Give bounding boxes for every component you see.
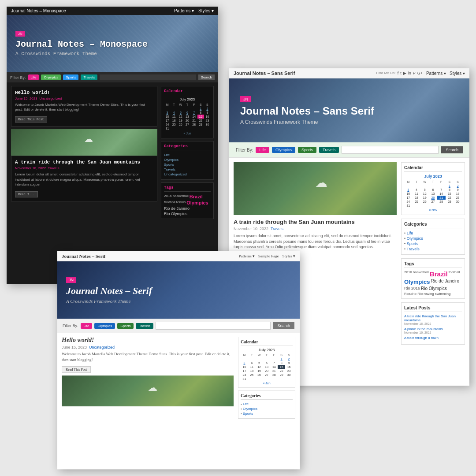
filter-tag-travels-mono[interactable]: Travels (81, 74, 97, 80)
hero-title-mono: Journal Notes – Monospace (15, 39, 148, 49)
latest-post-1-sans[interactable]: A train ride through the San Juan mounta… (404, 314, 462, 325)
post-excerpt-serif-1: Welcome to Jacob Martella Web Developmen… (62, 351, 234, 362)
cat-travels-sans[interactable]: Travels (404, 246, 462, 252)
filter-tag-olympics-sans[interactable]: Olympics (272, 147, 295, 153)
social-tw[interactable]: t (400, 71, 402, 75)
cat-uncategorized-mono[interactable]: Uncategorized (164, 172, 211, 177)
read-more-btn-mono-1[interactable]: Read This Post (15, 116, 47, 123)
read-more-btn-mono-2[interactable]: Read T... (15, 191, 38, 197)
filter-tag-travels-serif[interactable]: Travels (136, 323, 153, 329)
cal-prev-mono[interactable]: « Jun (164, 130, 211, 135)
filter-label-sans: Filter By: (236, 148, 253, 152)
tag-riooly-sans[interactable]: Rio Olympics (421, 286, 447, 291)
social-pi[interactable]: P (413, 71, 416, 75)
tag-item-sans[interactable]: football (449, 270, 460, 278)
filter-tag-life-mono[interactable]: Life (28, 74, 39, 80)
nav-styles-sans[interactable]: Styles ▾ (450, 71, 465, 76)
tag-road-sans[interactable]: Road to Rio (404, 292, 423, 296)
cat-olympics-sans[interactable]: Olympics (404, 236, 462, 241)
nav-styles-mono[interactable]: Styles ▾ (198, 8, 214, 13)
latest-post-3-sans[interactable]: A train through a town (404, 336, 462, 340)
cat-life-mono[interactable]: Life (164, 152, 211, 157)
cal-row-6: 31 (164, 126, 211, 130)
post-meta-serif-1: June 15, 2023 Uncategorized (62, 345, 234, 350)
cat-olympics-mono[interactable]: Olympics (164, 157, 211, 162)
filter-tag-sports-mono[interactable]: Sports (63, 74, 78, 80)
cat-sports-serif[interactable]: Sports (241, 411, 293, 416)
post-cat-link-sans[interactable]: Travels (271, 227, 283, 231)
tag-riooly-mono[interactable]: Rio Olympics (164, 212, 187, 216)
tag-item-mono[interactable]: 2016 (164, 194, 172, 199)
cat-life-sans[interactable]: Life (404, 231, 462, 236)
cat-sports-sans[interactable]: Sports (404, 241, 462, 246)
filter-search-sans[interactable] (342, 146, 439, 154)
categories-list-serif: Life Olympics Sports (241, 402, 293, 416)
filter-search-serif[interactable] (156, 322, 271, 330)
filter-tag-sports-sans[interactable]: Sports (298, 147, 316, 153)
filter-search-btn-mono[interactable]: Search (198, 74, 215, 80)
social-in[interactable]: in (408, 71, 411, 75)
nav-patterns-mono[interactable]: Patterns ▾ (174, 8, 194, 13)
social-fb[interactable]: f (398, 71, 399, 75)
cat-olympics-serif[interactable]: Olympics (241, 406, 293, 411)
tag-item-sans[interactable]: basketball (413, 270, 429, 278)
main-serif: Hello world! June 15, 2023 Uncategorized… (62, 337, 234, 469)
tag-brazil-mono[interactable]: Brazil (190, 194, 203, 199)
cat-life-serif[interactable]: Life (241, 402, 293, 406)
post-meta-sans-1: November 10, 2022 Travels (234, 227, 397, 231)
tag-rio-sans[interactable]: Rio de Janeiro (431, 279, 459, 285)
tag-rowing-sans[interactable]: rowing (424, 292, 434, 296)
social-gp[interactable]: G+ (417, 71, 423, 75)
filter-tag-olympics-mono[interactable]: Olympics (41, 74, 61, 80)
sidebar-sans: Calendar July 2023 MTW TFSS 12 3456789 1… (401, 162, 465, 385)
post-meta-mono-2: November 10, 2022 Travels (15, 166, 153, 170)
nav-styles-serif[interactable]: Styles ▾ (283, 254, 295, 258)
nav-serif: Patterns ▾ Sample Page Styles ▾ (239, 254, 295, 258)
tag-rio2016-sans[interactable]: Rio 2016 (404, 286, 420, 291)
tag-brazil-sans[interactable]: Brazil (430, 270, 448, 278)
nav-patterns-sans[interactable]: Patterns ▾ (426, 71, 446, 76)
nav-patterns-serif[interactable]: Patterns ▾ (239, 254, 255, 258)
read-more-btn-serif-1[interactable]: Read This Post (62, 366, 91, 373)
tag-item-mono[interactable]: basketball (173, 194, 189, 199)
tag-swim-sans[interactable]: swimming (435, 292, 451, 296)
filter-search-mono[interactable] (100, 74, 196, 80)
tags-list-sans: 2016 basketball Brazil football Olympics… (404, 270, 462, 296)
tag-olympics-mono[interactable]: Olympics (186, 200, 208, 205)
tags-title-sans: Tags (404, 261, 462, 268)
tag-item-mono[interactable]: football (164, 200, 175, 205)
categories-title-sans: Categories (404, 222, 462, 228)
filter-search-btn-serif[interactable]: Search (273, 322, 294, 329)
filter-tag-sports-serif[interactable]: Sports (117, 323, 134, 329)
filter-tag-olympics-serif[interactable]: Olympics (94, 323, 115, 329)
post-card-train-mono: A train ride through the San Juan mounta… (11, 156, 157, 201)
cal-prev-sans[interactable]: « Nov (404, 208, 462, 212)
hero-title-sans: Journal Notes – Sans Serif (240, 105, 374, 117)
social-yt[interactable]: ▶ (403, 71, 406, 75)
latest-posts-list-sans: A train ride through the San Juan mounta… (404, 314, 462, 340)
cal-th-m: M (164, 103, 171, 107)
titlebar-serif-title: Journal Notes – Serif (62, 253, 105, 259)
filter-search-btn-sans[interactable]: Search (441, 146, 463, 153)
tag-olympics-sans[interactable]: Olympics (404, 279, 430, 285)
latest-post-2-sans[interactable]: A plane in the mountains November 16, 20… (404, 327, 462, 334)
cal-row-5: 24252627282930 (164, 123, 211, 126)
cat-travels-mono[interactable]: Travels (164, 167, 211, 172)
nav-samplepage-serif[interactable]: Sample Page (258, 254, 279, 258)
filter-tag-life-serif[interactable]: Life (81, 323, 93, 329)
tag-item-mono[interactable]: tennis (176, 200, 186, 205)
cat-sports-mono[interactable]: Sports (164, 162, 211, 167)
calendar-title-serif: Calendar (241, 339, 293, 346)
post-img-sans-1 (234, 162, 397, 215)
post-meta-mono-1: June 15, 2023 Uncategorized (15, 97, 153, 100)
tag-rio-mono[interactable]: Rio de Janeiro (164, 206, 190, 211)
filter-tag-life-sans[interactable]: Life (256, 147, 269, 153)
tag-item-sans[interactable]: 2016 (404, 270, 412, 278)
post-cat-link-serif[interactable]: Uncategorized (89, 345, 115, 350)
titlebar-mono-title: Journal Notes – Monospace (11, 8, 66, 13)
filter-tag-travels-sans[interactable]: Travels (319, 147, 339, 153)
post-title-serif-1: Hello world! (62, 337, 234, 344)
categories-list-mono: Life Olympics Sports Travels Uncategoriz… (164, 152, 211, 177)
categories-section-sans: Categories Life Olympics Sports Travels (401, 219, 465, 255)
cal-prev-serif[interactable]: « Jun (241, 381, 293, 385)
